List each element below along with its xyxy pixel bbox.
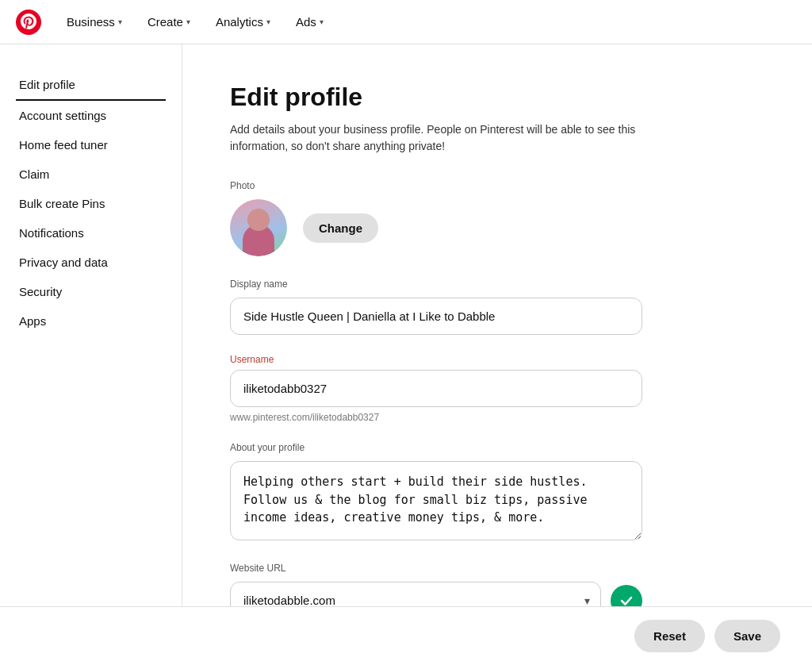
website-url-label: Website URL [230, 563, 753, 574]
nav-business[interactable]: Business ▾ [57, 9, 132, 35]
change-photo-button[interactable]: Change [303, 213, 378, 243]
username-label: Username [230, 354, 753, 365]
page-subtitle: Add details about your business profile.… [230, 121, 642, 155]
sidebar: Edit profile Account settings Home feed … [0, 44, 182, 665]
sidebar-item-claim[interactable]: Claim [16, 160, 166, 189]
sidebar-item-edit-profile[interactable]: Edit profile [16, 70, 166, 101]
chevron-down-icon: ▾ [320, 17, 324, 26]
sidebar-item-bulk-create-pins[interactable]: Bulk create Pins [16, 189, 166, 218]
display-name-field-group: Display name [230, 279, 753, 335]
form-footer: Reset Save [0, 606, 812, 665]
chevron-down-icon: ▾ [118, 17, 122, 26]
main-content: Edit profile Add details about your busi… [182, 44, 801, 665]
about-field-group: About your profile <span class="about-te… [230, 442, 753, 544]
sidebar-item-security[interactable]: Security [16, 277, 166, 306]
photo-row: Change [230, 199, 753, 256]
nav-create[interactable]: Create ▾ [138, 9, 200, 35]
chevron-down-icon: ▾ [186, 17, 190, 26]
avatar [230, 199, 287, 256]
nav-analytics[interactable]: Analytics ▾ [206, 9, 280, 35]
sidebar-item-notifications[interactable]: Notifications [16, 218, 166, 248]
username-input[interactable] [230, 370, 642, 407]
about-label: About your profile [230, 442, 753, 453]
nav-ads[interactable]: Ads ▾ [286, 9, 333, 35]
username-hint: www.pinterest.com/iliketodabb0327 [230, 412, 753, 423]
sidebar-item-apps[interactable]: Apps [16, 306, 166, 336]
pinterest-logo[interactable] [16, 10, 41, 35]
sidebar-item-privacy-and-data[interactable]: Privacy and data [16, 248, 166, 277]
display-name-label: Display name [230, 279, 753, 290]
sidebar-item-account-settings[interactable]: Account settings [16, 101, 166, 130]
about-textarea[interactable]: <span class="about-text-colored">Helping… [230, 461, 642, 540]
display-name-input[interactable] [230, 298, 642, 335]
top-nav: Business ▾ Create ▾ Analytics ▾ Ads ▾ [0, 0, 812, 44]
reset-button[interactable]: Reset [634, 620, 705, 652]
sidebar-item-home-feed-tuner[interactable]: Home feed tuner [16, 130, 166, 160]
chevron-down-icon: ▾ [266, 17, 270, 26]
save-button[interactable]: Save [714, 620, 780, 652]
photo-label: Photo [230, 180, 753, 191]
page-title: Edit profile [230, 83, 753, 112]
photo-section: Photo Change [230, 180, 753, 256]
username-field-group: Username www.pinterest.com/iliketodabb03… [230, 354, 753, 423]
